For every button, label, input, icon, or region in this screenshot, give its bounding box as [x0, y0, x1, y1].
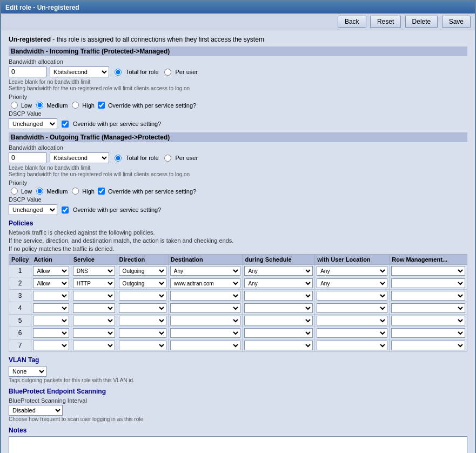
policy-service-select[interactable]: DNSHTTPHTTPSFTPSMTPPOP3IMAPAny: [73, 266, 115, 276]
policy-service-select[interactable]: DNSHTTPHTTPSFTPSMTPPOP3IMAPAny: [73, 316, 115, 325]
outgoing-low-radio[interactable]: [11, 188, 18, 195]
col-destination: Destination: [168, 255, 243, 265]
policy-management-select[interactable]: Move UpMove DownDelete: [391, 328, 465, 338]
outgoing-override-checkbox[interactable]: [98, 188, 105, 195]
policy-num: 6: [9, 327, 31, 339]
policy-location-select[interactable]: AnyLocalRemote: [317, 328, 387, 338]
policy-service-select[interactable]: DNSHTTPHTTPSFTPSMTPPOP3IMAPAny: [73, 303, 115, 313]
policy-location-cell: AnyLocalRemote: [315, 290, 390, 302]
policy-action-select[interactable]: AllowDeny: [33, 291, 69, 301]
policy-action-select[interactable]: AllowDeny: [33, 316, 69, 325]
policy-action-select[interactable]: AllowDeny: [33, 278, 69, 288]
policy-destination-select[interactable]: Anywww.adtran.com: [170, 341, 241, 350]
policy-location-select[interactable]: AnyLocalRemote: [317, 291, 387, 301]
incoming-priority-label: Priority: [9, 94, 467, 100]
policy-management-select[interactable]: Move UpMove DownDelete: [391, 316, 465, 325]
main-window: Edit role - Un-registered Back Reset Del…: [0, 0, 476, 453]
policy-schedule-select[interactable]: AnyAlwaysBusiness Hours: [244, 266, 313, 276]
policy-management-select[interactable]: Move UpMove DownDelete: [391, 278, 465, 288]
incoming-override-checkbox[interactable]: [98, 102, 105, 109]
policy-location-select[interactable]: AnyLocalRemote: [317, 303, 387, 313]
incoming-low-radio[interactable]: [11, 102, 18, 109]
vlan-section-title: VLAN Tag: [9, 356, 467, 364]
policy-location-select[interactable]: AnyLocalRemote: [317, 278, 387, 288]
delete-button-top[interactable]: Delete: [405, 16, 438, 28]
incoming-hint2: Setting bandwidth for the un-registered …: [9, 85, 467, 91]
policy-service-cell: DNSHTTPHTTPSFTPSMTPPOP3IMAPAny: [71, 277, 117, 290]
policy-service-select[interactable]: DNSHTTPHTTPSFTPSMTPPOP3IMAPAny: [73, 291, 115, 301]
vlan-hint: Tags outgoing packets for this role with…: [9, 377, 467, 383]
policy-direction-select[interactable]: OutgoingIncomingBoth: [119, 316, 166, 325]
policy-management-select[interactable]: Move UpMove DownDelete: [391, 291, 465, 301]
policy-schedule-cell: AnyAlwaysBusiness Hours: [243, 265, 315, 277]
policy-location-select[interactable]: AnyLocalRemote: [317, 266, 387, 276]
policy-management-cell: Move UpMove DownDelete: [390, 290, 467, 302]
policy-service-select[interactable]: DNSHTTPHTTPSFTPSMTPPOP3IMAPAny: [73, 328, 115, 338]
blueprotect-select[interactable]: Disabled Every 5 minutes Every 15 minute…: [9, 405, 63, 416]
outgoing-priority-label: Priority: [9, 179, 467, 186]
policy-location-select[interactable]: AnyLocalRemote: [317, 316, 387, 325]
policy-schedule-select[interactable]: AnyAlwaysBusiness Hours: [244, 328, 313, 338]
policy-destination-select[interactable]: Anywww.adtran.com: [170, 291, 241, 301]
policy-direction-select[interactable]: OutgoingIncomingBoth: [119, 278, 166, 288]
policy-schedule-cell: AnyAlwaysBusiness Hours: [243, 315, 315, 327]
incoming-bw-unit-select[interactable]: Kbits/second Mbits/second Gbits/second: [50, 66, 109, 77]
policy-destination-select[interactable]: Anywww.adtran.com: [170, 278, 241, 288]
policy-num: 5: [9, 315, 31, 327]
policy-direction-select[interactable]: OutgoingIncomingBoth: [119, 341, 166, 350]
incoming-total-radio[interactable]: [115, 69, 122, 76]
outgoing-dscp-row: Unchanged 01816 24324046 4856 Override w…: [9, 204, 467, 215]
policy-schedule-select[interactable]: AnyAlwaysBusiness Hours: [244, 316, 313, 325]
policy-direction-select[interactable]: OutgoingIncomingBoth: [119, 328, 166, 338]
policy-destination-select[interactable]: Anywww.adtran.com: [170, 328, 241, 338]
policy-location-select[interactable]: AnyLocalRemote: [317, 341, 387, 350]
policy-destination-select[interactable]: Anywww.adtran.com: [170, 303, 241, 313]
policy-action-cell: AllowDeny: [31, 302, 71, 315]
policy-action-select[interactable]: AllowDeny: [33, 303, 69, 313]
policy-destination-select[interactable]: Anywww.adtran.com: [170, 266, 241, 276]
policy-management-select[interactable]: Move UpMove DownDelete: [391, 303, 465, 313]
policy-management-select[interactable]: Move UpMove DownDelete: [391, 341, 465, 350]
back-button-top[interactable]: Back: [338, 16, 366, 28]
outgoing-total-radio[interactable]: [115, 155, 122, 162]
policy-service-select[interactable]: DNSHTTPHTTPSFTPSMTPPOP3IMAPAny: [73, 278, 115, 288]
reset-button-top[interactable]: Reset: [370, 16, 401, 28]
table-row: 3AllowDenyDNSHTTPHTTPSFTPSMTPPOP3IMAPAny…: [9, 290, 467, 302]
policy-destination-select[interactable]: Anywww.adtran.com: [170, 316, 241, 325]
outgoing-peruser-radio[interactable]: [164, 155, 171, 162]
incoming-bw-label: Bandwidth allocation: [9, 58, 467, 65]
policy-service-select[interactable]: DNSHTTPHTTPSFTPSMTPPOP3IMAPAny: [73, 341, 115, 350]
vlan-select[interactable]: None 12345: [9, 366, 46, 377]
policy-schedule-select[interactable]: AnyAlwaysBusiness Hours: [244, 278, 313, 288]
policies-desc2: If the service, direction, and destinati…: [9, 237, 467, 244]
outgoing-dscp-override-checkbox[interactable]: [62, 206, 69, 214]
policy-schedule-select[interactable]: AnyAlwaysBusiness Hours: [244, 341, 313, 350]
incoming-dscp-override-checkbox[interactable]: [62, 121, 69, 128]
policy-action-select[interactable]: AllowDeny: [33, 341, 69, 350]
policy-action-select[interactable]: AllowDeny: [33, 328, 69, 338]
incoming-high-radio[interactable]: [72, 102, 79, 109]
policy-direction-select[interactable]: OutgoingIncomingBoth: [119, 291, 166, 301]
policy-schedule-select[interactable]: AnyAlwaysBusiness Hours: [244, 291, 313, 301]
policy-direction-select[interactable]: OutgoingIncomingBoth: [119, 303, 166, 313]
outgoing-medium-radio[interactable]: [36, 188, 43, 195]
table-row: 5AllowDenyDNSHTTPHTTPSFTPSMTPPOP3IMAPAny…: [9, 315, 467, 327]
table-row: 4AllowDenyDNSHTTPHTTPSFTPSMTPPOP3IMAPAny…: [9, 302, 467, 315]
save-button-top[interactable]: Save: [442, 16, 471, 28]
incoming-medium-radio[interactable]: [36, 102, 43, 109]
incoming-peruser-label: Per user: [176, 69, 198, 75]
policy-destination-cell: Anywww.adtran.com: [168, 302, 243, 315]
outgoing-bw-unit-select[interactable]: Kbits/second Mbits/second Gbits/second: [50, 152, 109, 163]
policy-schedule-select[interactable]: AnyAlwaysBusiness Hours: [244, 303, 313, 313]
policy-action-select[interactable]: AllowDeny: [33, 266, 69, 276]
incoming-dscp-select[interactable]: Unchanged 01816 24324046 4856: [9, 118, 57, 129]
policy-direction-select[interactable]: OutgoingIncomingBoth: [119, 266, 166, 276]
outgoing-dscp-select[interactable]: Unchanged 01816 24324046 4856: [9, 204, 57, 215]
outgoing-high-radio[interactable]: [72, 188, 79, 195]
incoming-bw-input[interactable]: [9, 66, 46, 77]
notes-textarea[interactable]: [9, 436, 467, 453]
outgoing-bw-input[interactable]: [9, 152, 46, 163]
incoming-peruser-radio[interactable]: [164, 69, 171, 76]
policy-management-select[interactable]: Move UpMove DownDelete: [391, 266, 465, 276]
col-direction: Direction: [117, 255, 168, 265]
